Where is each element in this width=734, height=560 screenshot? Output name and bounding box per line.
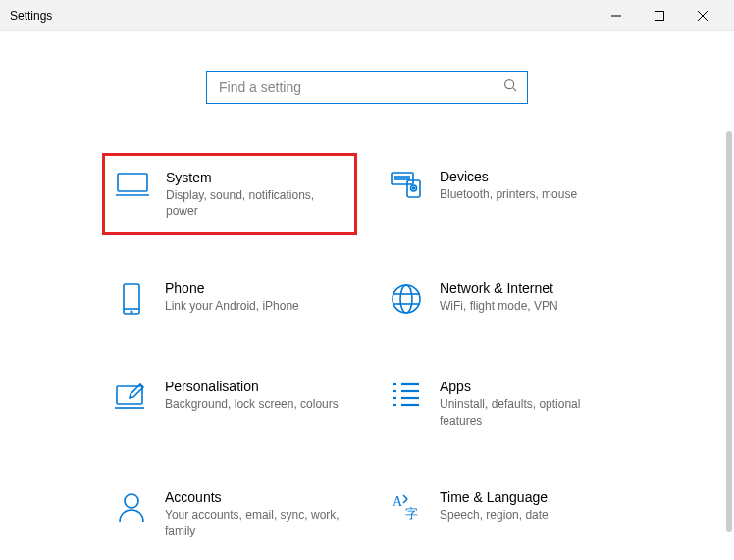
tile-system[interactable]: System Display, sound, notifications, po…: [102, 153, 357, 235]
tile-personalisation[interactable]: Personalisation Background, lock screen,…: [102, 363, 357, 443]
svg-line-35: [403, 499, 407, 503]
tile-desc: Speech, region, date: [440, 507, 618, 523]
tile-network[interactable]: Network & Internet WiFi, flight mode, VP…: [377, 265, 632, 333]
search-input[interactable]: [217, 78, 503, 96]
titlebar: Settings: [0, 0, 734, 31]
tile-apps[interactable]: Apps Uninstall, defaults, optional featu…: [377, 363, 632, 443]
tile-desc: Display, sound, notifications, power: [166, 187, 342, 219]
tile-title: Phone: [165, 280, 343, 296]
tile-time-language[interactable]: A字 Time & Language Speech, region, date: [377, 474, 632, 554]
network-icon: [389, 282, 424, 318]
svg-point-18: [400, 285, 412, 313]
scrollbar[interactable]: [726, 131, 732, 532]
svg-text:A: A: [393, 494, 403, 509]
minimize-button[interactable]: [595, 0, 638, 31]
search-box[interactable]: [206, 71, 528, 104]
svg-rect-8: [392, 173, 413, 184]
maximize-button[interactable]: [638, 0, 681, 31]
svg-rect-1: [655, 11, 664, 20]
tile-title: Network & Internet: [440, 280, 618, 296]
search-icon: [503, 78, 517, 96]
window-title: Settings: [10, 9, 52, 23]
tile-title: Accounts: [165, 489, 343, 505]
svg-point-16: [131, 312, 132, 314]
maximize-icon: [655, 11, 664, 21]
apps-icon: [389, 381, 424, 416]
window-controls: [595, 0, 724, 31]
svg-line-34: [403, 495, 407, 499]
tile-phone[interactable]: Phone Link your Android, iPhone: [102, 265, 357, 333]
tile-accounts[interactable]: Accounts Your accounts, email, sync, wor…: [102, 474, 357, 554]
tile-devices[interactable]: Devices Bluetooth, printers, mouse: [377, 153, 632, 235]
svg-text:字: 字: [405, 506, 418, 521]
phone-icon: [114, 282, 149, 318]
personalisation-icon: [114, 381, 149, 416]
minimize-icon: [611, 11, 621, 21]
content-area: System Display, sound, notifications, po…: [0, 31, 734, 554]
tile-desc: Uninstall, defaults, optional features: [440, 396, 618, 428]
close-button[interactable]: [681, 0, 724, 31]
svg-line-5: [513, 88, 517, 92]
svg-point-13: [413, 187, 415, 189]
accounts-icon: [114, 491, 149, 527]
tile-title: System: [166, 170, 342, 185]
tile-desc: Bluetooth, printers, mouse: [440, 186, 618, 202]
tile-desc: Background, lock screen, colours: [165, 396, 343, 412]
close-icon: [698, 11, 708, 21]
settings-grid: System Display, sound, notifications, po…: [102, 153, 632, 554]
tile-title: Time & Language: [440, 489, 618, 505]
time-language-icon: A字: [389, 491, 424, 527]
svg-point-4: [505, 80, 514, 89]
devices-icon: [389, 171, 424, 206]
system-icon: [115, 172, 150, 207]
svg-point-31: [125, 494, 138, 508]
tile-desc: Your accounts, email, sync, work, family: [165, 507, 343, 538]
svg-rect-6: [118, 174, 147, 191]
tile-title: Devices: [440, 169, 618, 184]
tile-desc: WiFi, flight mode, VPN: [440, 298, 618, 314]
svg-point-17: [393, 285, 420, 313]
tile-title: Apps: [440, 379, 618, 394]
tile-title: Personalisation: [165, 379, 343, 394]
tile-desc: Link your Android, iPhone: [165, 298, 343, 314]
